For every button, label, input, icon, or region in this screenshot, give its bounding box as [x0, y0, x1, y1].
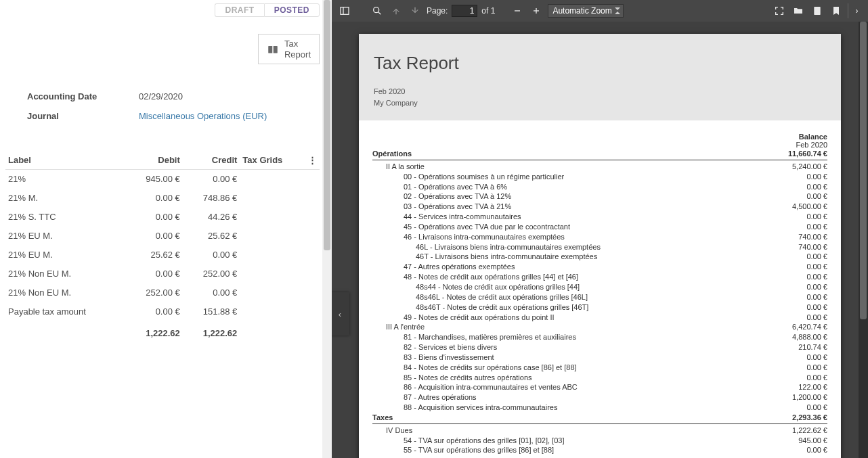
total-debit: 1,222.62 — [125, 321, 183, 343]
report-line: 49 - Notes de crédit aux opérations du p… — [372, 313, 827, 323]
pdf-preview-panel: Page: of 1 Automatic Zoom › ‹ Tax Report… — [332, 0, 868, 458]
status-tabs: DRAFT POSTED — [0, 0, 332, 20]
status-draft[interactable]: DRAFT — [215, 3, 263, 17]
total-credit: 1,222.62 — [183, 321, 240, 343]
report-line: 54 - TVA sur opérations des grilles [01]… — [372, 436, 827, 446]
table-row[interactable]: 21% EU M.0.00 €25.62 € — [5, 227, 320, 246]
table-row[interactable]: 21% EU M.25.62 €0.00 € — [5, 246, 320, 265]
report-line: 46 - Livraisons intra-communautaires exe… — [372, 232, 827, 242]
table-row[interactable]: 21% Non EU M.252.00 €0.00 € — [5, 283, 320, 302]
pdf-page: Tax Report Feb 2020 My Company Balance F… — [359, 34, 841, 458]
table-row[interactable]: 21% S. TTC0.00 €44.26 € — [5, 208, 320, 227]
search-icon[interactable] — [370, 3, 385, 18]
status-posted[interactable]: POSTED — [264, 3, 320, 17]
report-line: 81 - Marchandises, matières premières et… — [372, 332, 827, 342]
zoom-select[interactable]: Automatic Zoom — [548, 4, 623, 18]
report-line: 44 - Services intra-communautaires0.00 € — [372, 212, 827, 222]
col-label[interactable]: Label — [5, 151, 125, 170]
book-icon — [267, 44, 279, 55]
pdf-toolbar: Page: of 1 Automatic Zoom › — [332, 0, 868, 22]
report-line: 48 - Notes de crédit aux opérations gril… — [372, 272, 827, 282]
report-line: 83 - Biens d'investissement0.00 € — [372, 352, 827, 363]
tax-report-button-label: Tax Report — [284, 39, 311, 60]
report-line: 00 - Opérations soumises à un régime par… — [372, 172, 827, 182]
report-line: 55 - TVA sur opérations des grilles [86]… — [372, 445, 827, 455]
bookmark-icon[interactable] — [829, 3, 844, 18]
form-panel: DRAFT POSTED Tax Report Accounting Date … — [0, 0, 332, 458]
report-period: Feb 2020 — [374, 86, 826, 97]
report-line: 01 - Opérations avec TVA à 6%0.00 € — [372, 182, 827, 192]
report-line: 88 - Acquisition services intra-communau… — [372, 403, 827, 413]
print-icon[interactable] — [810, 3, 825, 18]
report-line: 87 - Autres opérations1,200.00 € — [372, 392, 827, 403]
svg-rect-7 — [814, 7, 820, 15]
open-file-icon[interactable] — [791, 3, 806, 18]
tax-report-button[interactable]: Tax Report — [258, 34, 320, 64]
report-line: III A l'entrée6,420.74 € — [372, 322, 827, 332]
journal-link[interactable]: Miscellaneous Operations (EUR) — [139, 111, 267, 121]
report-line: Opérations11,660.74 € — [372, 149, 827, 160]
report-line: IV Dues1,222.62 € — [372, 426, 827, 436]
collapse-handle-icon[interactable]: ‹ — [332, 292, 349, 336]
report-line: 02 - Opérations avec TVA à 12%0.00 € — [372, 191, 827, 202]
sidebar-toggle-icon[interactable] — [337, 3, 352, 18]
table-row[interactable]: 21% M.0.00 €748.86 € — [5, 189, 320, 208]
more-icon[interactable]: › — [848, 3, 863, 18]
report-line: 46L - Livraisons biens intra-communautai… — [372, 242, 827, 252]
table-row[interactable]: 21%945.00 €0.00 € — [5, 170, 320, 189]
col-debit[interactable]: Debit — [125, 151, 183, 170]
report-line: 48s44 - Notes de crédit aux opérations g… — [372, 282, 827, 292]
balance-period: Feb 2020 — [372, 141, 827, 149]
form-fields: Accounting Date 02/29/2020 Journal Misce… — [0, 67, 332, 151]
report-title: Tax Report — [374, 53, 826, 74]
kebab-icon[interactable]: ⋮ — [305, 151, 320, 170]
accounting-date-value: 02/29/2020 — [139, 91, 183, 101]
accounting-date-label: Accounting Date — [27, 91, 139, 101]
left-scrollbar[interactable] — [322, 0, 332, 458]
fullscreen-icon[interactable] — [772, 3, 787, 18]
report-line: 48s46T - Notes de crédit aux opérations … — [372, 302, 827, 313]
svg-point-2 — [374, 7, 379, 13]
page-number-input[interactable] — [452, 5, 477, 17]
svg-rect-0 — [341, 7, 349, 15]
report-line: 47 - Autres opérations exemptées0.00 € — [372, 262, 827, 272]
journal-label: Journal — [27, 111, 139, 121]
report-line: Taxes2,293.36 € — [372, 413, 827, 424]
ledger-table: Label Debit Credit Tax Grids ⋮ 21%945.00… — [5, 151, 320, 343]
report-company: My Company — [374, 97, 826, 109]
prev-page-icon[interactable] — [389, 3, 404, 18]
report-line: 85 - Notes de crédits autres opérations0… — [372, 373, 827, 383]
zoom-in-icon[interactable] — [529, 3, 544, 18]
report-line: 82 - Services et biens divers210.74 € — [372, 342, 827, 352]
report-line: 45 - Opérations avec TVA due par le coco… — [372, 222, 827, 232]
svg-line-3 — [378, 12, 381, 15]
report-line: II A la sortie5,240.00 € — [372, 162, 827, 172]
col-tax-grids[interactable]: Tax Grids — [240, 151, 305, 170]
page-total: of 1 — [481, 6, 495, 16]
col-credit[interactable]: Credit — [183, 151, 240, 170]
next-page-icon[interactable] — [408, 3, 422, 18]
report-line: 46T - Livraisons biens intra-communautai… — [372, 252, 827, 262]
page-label: Page: — [427, 6, 448, 16]
report-line: 03 - Opérations avec TVA à 21%4,500.00 € — [372, 202, 827, 212]
report-line: 84 - Notes de crédits sur opérations cas… — [372, 363, 827, 373]
report-line: 86 - Acquisition intra-communautaires et… — [372, 382, 827, 392]
pdf-scrollbar[interactable] — [859, 22, 868, 458]
table-row[interactable]: 21% Non EU M.0.00 €252.00 € — [5, 265, 320, 283]
table-row[interactable]: Payable tax amount0.00 €151.88 € — [5, 302, 320, 321]
zoom-out-icon[interactable] — [510, 3, 525, 18]
balance-header: Balance — [372, 133, 827, 141]
report-line: 48s46L - Notes de crédit aux opérations … — [372, 292, 827, 302]
